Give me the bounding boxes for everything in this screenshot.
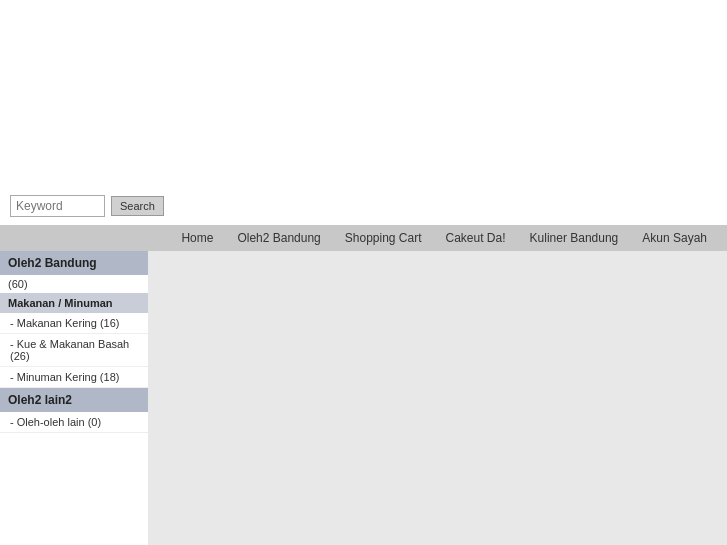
main-layout: Oleh2 Bandung (60) Makanan / Minuman - M… <box>0 251 727 545</box>
sidebar-sub-header-makanan-minuman: Makanan / Minuman <box>0 293 148 313</box>
nav-item-kuliner-bandung[interactable]: Kuliner Bandung <box>518 227 631 249</box>
nav-item-cakeut-da[interactable]: Cakeut Da! <box>434 227 518 249</box>
sidebar-item-minuman-kering[interactable]: - Minuman Kering (18) <box>0 367 148 388</box>
sidebar-item-makanan-kering[interactable]: - Makanan Kering (16) <box>0 313 148 334</box>
nav-item-oleh2-bandung[interactable]: Oleh2 Bandung <box>225 227 332 249</box>
nav-bar: Home Oleh2 Bandung Shopping Cart Cakeut … <box>0 225 727 251</box>
sidebar-item-kue-makanan-basah[interactable]: - Kue & Makanan Basah (26) <box>0 334 148 367</box>
sidebar-count-oleh2-bandung: (60) <box>0 275 148 293</box>
sidebar: Oleh2 Bandung (60) Makanan / Minuman - M… <box>0 251 148 545</box>
sidebar-section-oleh2-bandung[interactable]: Oleh2 Bandung <box>0 251 148 275</box>
search-button[interactable]: Search <box>111 196 164 216</box>
sidebar-item-oleh-oleh-lain[interactable]: - Oleh-oleh lain (0) <box>0 412 148 433</box>
nav-item-home[interactable]: Home <box>169 227 225 249</box>
search-area: Search <box>0 110 727 225</box>
nav-item-akun-sayah[interactable]: Akun Sayah <box>630 227 719 249</box>
top-area <box>0 0 727 110</box>
nav-item-shopping-cart[interactable]: Shopping Cart <box>333 227 434 249</box>
content-area <box>148 251 727 545</box>
search-input[interactable] <box>10 195 105 217</box>
sidebar-section-oleh2-lain2[interactable]: Oleh2 lain2 <box>0 388 148 412</box>
